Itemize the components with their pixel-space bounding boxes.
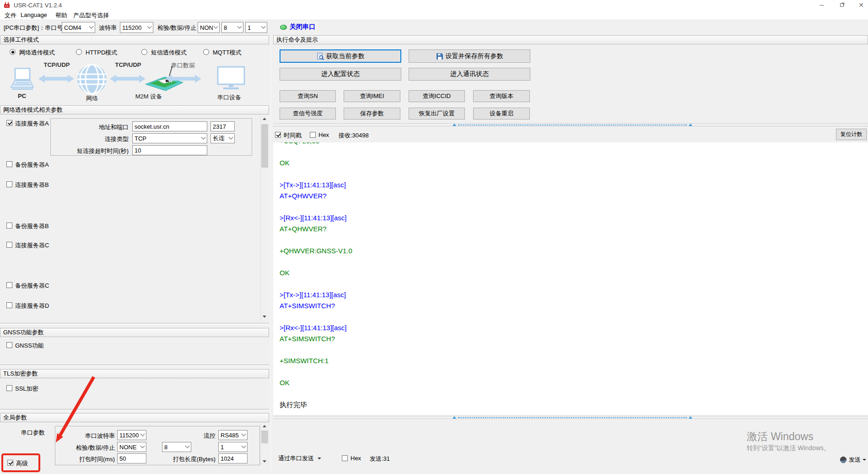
serial-toolbar: [PC串口参数]：串口号 COM4 波特率 115200 检验/数据/停止 NO…: [0, 20, 868, 35]
log-line: 执行完毕: [280, 399, 868, 410]
log-line: >[Tx->][11:41:13][asc]: [280, 180, 868, 191]
arrow-pc-network-icon: [38, 73, 74, 84]
chevron-down-icon: [140, 431, 145, 436]
serial-parity-select[interactable]: NONE: [117, 442, 146, 452]
parity-select[interactable]: NONI: [198, 22, 220, 33]
checkbox-label-backup-server-c: 备份服务器C: [15, 282, 49, 290]
conn-type-select[interactable]: TCP: [132, 133, 207, 143]
splitter-collapse-icon[interactable]: [453, 416, 456, 419]
close-port-button[interactable]: 关闭串口: [290, 23, 315, 31]
pack-len-input[interactable]: 1024: [218, 453, 248, 463]
scroll-up-icon[interactable]: [263, 118, 266, 120]
recv-count: 接收:30498: [339, 131, 369, 140]
enter-config-button[interactable]: 进入配置状态: [280, 68, 401, 81]
scroll-up-icon[interactable]: [263, 425, 266, 427]
send-button[interactable]: 发送: [840, 454, 867, 465]
radio-mqtt-mode[interactable]: [203, 49, 209, 55]
menu-item-help[interactable]: 帮助: [55, 11, 67, 20]
scrollbar-thumb[interactable]: [261, 430, 268, 443]
flow-control-select[interactable]: RS485: [218, 430, 248, 440]
query-version-button[interactable]: 查询版本: [473, 90, 530, 102]
checkbox-backup-server-b[interactable]: [6, 223, 12, 229]
chevron-down-icon: [242, 443, 246, 448]
short-conn-timeout-input[interactable]: 10: [132, 145, 207, 155]
serial-baud-select[interactable]: 115200: [117, 430, 146, 440]
save-params-button[interactable]: 保存参数: [344, 108, 400, 120]
query-sn-button[interactable]: 查询SN: [280, 90, 336, 102]
menu-item-model-select[interactable]: 产品型号选择: [73, 11, 109, 20]
scroll-down-icon[interactable]: [263, 460, 266, 463]
server-a-port-input[interactable]: 2317: [210, 121, 235, 131]
restore-button[interactable]: [833, 0, 851, 10]
checkbox-backup-server-a[interactable]: [6, 161, 12, 167]
query-imei-button[interactable]: 查询IMEI: [344, 90, 400, 102]
enter-comm-button[interactable]: 进入通讯状态: [409, 68, 530, 81]
checkbox-server-b[interactable]: [6, 181, 12, 187]
log-line: [280, 169, 868, 180]
checkbox-tx-hex[interactable]: [342, 455, 348, 461]
panel-divider[interactable]: [270, 35, 271, 474]
splitter-collapse-icon[interactable]: [689, 416, 692, 419]
log-line: AT+SIMSWITCH?: [280, 300, 868, 311]
pack-time-input[interactable]: 50: [117, 453, 146, 463]
sent-count: 发送:31: [370, 455, 390, 463]
log-line: [280, 256, 868, 267]
serial-databits-select[interactable]: 8: [162, 442, 191, 452]
radio-httpd-mode[interactable]: [76, 49, 82, 55]
checkbox-ssl[interactable]: [6, 385, 12, 391]
node-label-m2m: M2M 设备: [130, 93, 167, 101]
menu-item-file[interactable]: 文件: [5, 11, 16, 20]
factory-reset-button[interactable]: 恢复出厂设置: [409, 108, 465, 120]
checkbox-server-d[interactable]: [6, 302, 12, 308]
query-signal-button[interactable]: 查信号强度: [280, 108, 336, 120]
com-port-select[interactable]: COM4: [62, 22, 95, 33]
log-line: >[Rx<-][11:41:13][asc]: [280, 212, 868, 223]
checkbox-server-a[interactable]: [6, 120, 12, 126]
reset-counter-button[interactable]: 复位计数: [836, 129, 867, 140]
keepalive-select[interactable]: 长连: [210, 133, 235, 143]
log-output-area[interactable]: +CSQ: 23,99 OK >[Tx->][11:41:13][asc] AT…: [273, 142, 868, 415]
checkbox-timestamp[interactable]: [275, 132, 281, 138]
server-a-address-input[interactable]: socket.usr.cn: [132, 121, 207, 131]
get-params-button[interactable]: 获取当前参数: [280, 49, 401, 63]
horizontal-splitter[interactable]: [273, 416, 868, 419]
checkbox-backup-server-c[interactable]: [6, 282, 12, 288]
splitter-collapse-icon[interactable]: [453, 124, 456, 126]
checkbox-server-c[interactable]: [6, 242, 12, 248]
close-button[interactable]: ✕: [852, 0, 868, 10]
log-line: [280, 202, 868, 212]
minimize-button[interactable]: [813, 0, 831, 10]
log-line: [280, 311, 868, 322]
query-iccid-button[interactable]: 查询ICCID: [409, 90, 465, 102]
left-panel-scrollbar[interactable]: [260, 115, 268, 322]
chevron-down-icon: [140, 443, 145, 448]
send-via-serial-button[interactable]: 通过串口发送: [275, 452, 321, 464]
checkbox-label-server-d: 连接服务器D: [15, 302, 49, 310]
scroll-down-icon[interactable]: [263, 316, 266, 318]
section-header-global: 全局参数: [0, 413, 269, 422]
serial-stopbits-select[interactable]: 1: [218, 442, 248, 452]
scrollbar-thumb[interactable]: [261, 124, 268, 168]
radio-sms-mode[interactable]: [141, 49, 147, 55]
checkbox-rx-hex[interactable]: [310, 132, 316, 138]
reboot-device-button[interactable]: 设备重启: [473, 108, 530, 120]
section-header-commands: 执行命令及提示: [273, 35, 868, 44]
checkbox-label-advanced: 高级: [16, 459, 28, 468]
log-line: +QHWVER:GNSS-V1.0: [280, 245, 868, 256]
menu-item-language[interactable]: Language: [21, 11, 47, 18]
section-header-tls: TLS加密参数: [0, 369, 269, 378]
radio-net-transparent-mode[interactable]: [10, 49, 16, 55]
checkbox-label-tx-hex: Hex: [350, 455, 361, 462]
checkbox-advanced[interactable]: [7, 460, 13, 466]
log-line: +CSQ: 23,99: [280, 142, 868, 147]
horizontal-splitter[interactable]: [273, 123, 868, 126]
global-panel-scrollbar[interactable]: [260, 423, 268, 466]
checkbox-gnss[interactable]: [6, 342, 12, 348]
log-line: >[Rx<-][11:41:13][asc]: [280, 322, 868, 333]
splitter-collapse-icon[interactable]: [689, 124, 692, 126]
baud-select[interactable]: 115200: [120, 22, 153, 33]
stopbits-select[interactable]: 1: [245, 22, 267, 33]
node-label-network: 网络: [81, 94, 103, 103]
save-all-params-button[interactable]: 设置并保存所有参数: [409, 49, 530, 63]
databits-select[interactable]: 8: [221, 22, 243, 33]
